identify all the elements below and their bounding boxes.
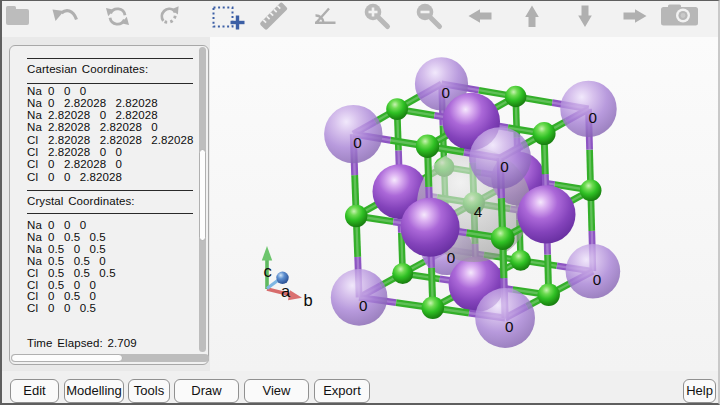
svg-text:0: 0 — [500, 158, 508, 175]
svg-text:a: a — [281, 282, 291, 300]
svg-text:c: c — [263, 262, 271, 280]
svg-text:0: 0 — [359, 297, 367, 314]
svg-text:0: 0 — [593, 271, 601, 288]
svg-text:b: b — [303, 291, 312, 309]
svg-text:0: 0 — [588, 109, 596, 126]
svg-text:4: 4 — [474, 203, 482, 220]
svg-text:0: 0 — [447, 249, 455, 266]
svg-text:0: 0 — [505, 318, 513, 335]
svg-text:0: 0 — [441, 84, 449, 101]
svg-text:0: 0 — [353, 134, 361, 151]
